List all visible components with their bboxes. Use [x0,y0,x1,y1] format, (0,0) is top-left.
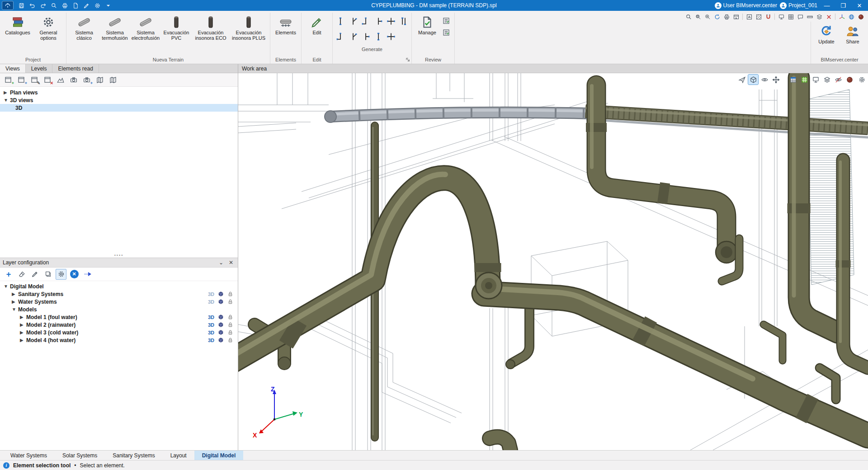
layer-row-model-1[interactable]: ▶ Model 1 (foul water) 3D [0,313,238,321]
capture-view-button[interactable] [731,13,741,21]
generate-junction-button[interactable] [360,30,372,43]
map-button[interactable] [107,75,119,85]
cube-icon[interactable] [218,299,224,305]
user-chip[interactable]: User BIMserver.center [715,2,777,9]
edit-doc-button[interactable] [81,1,91,10]
generate-cross-button[interactable] [385,14,397,28]
labels-button[interactable] [796,13,805,21]
close-button[interactable]: ✕ [853,0,866,10]
disable-all-button[interactable]: ✕ [69,269,80,280]
edit-layer-button[interactable] [29,269,40,280]
layer-row-model-4[interactable]: ▶ Model 4 (hot water) 3D [0,336,238,344]
tree-row-plan-views[interactable]: ▶ Plan views [0,89,238,96]
add-3d-view-button[interactable]: + [15,75,27,85]
zoom-button[interactable] [49,1,59,10]
layer-row-model-2[interactable]: ▶ Model 2 (rainwater) 3D [0,321,238,329]
axes-3d-button[interactable] [837,13,846,21]
manage-button[interactable]: Manage [415,14,440,37]
update-button[interactable]: Update [814,23,839,46]
catalogues-button[interactable]: Catalogues [3,14,33,37]
tree-row-3d[interactable]: 3D [0,104,238,112]
evacuacion-pvc-button[interactable]: Evacuación PVC [161,14,191,42]
collapse-panel-button[interactable]: ⌄ [217,258,225,267]
tab-layout[interactable]: Layout [163,451,194,460]
cube-icon[interactable] [218,329,224,335]
chevron-right-icon[interactable]: ▶ [20,315,24,320]
view-3d-toggle[interactable]: 3D [208,322,214,328]
generate-tee-button[interactable] [373,14,384,28]
cube-icon[interactable] [218,337,224,343]
undo-button[interactable] [27,1,37,10]
close-panel-button[interactable]: ✕ [227,258,235,267]
generate-manifold-button[interactable] [385,30,397,43]
viewport-3d[interactable]: Z Y X [238,73,868,450]
general-options-button[interactable]: General options [33,14,63,42]
chevron-down-icon[interactable]: ▼ [4,98,8,103]
lock-icon[interactable] [227,337,233,343]
close-tools-button[interactable] [824,13,833,21]
layer-row-model-3[interactable]: ▶ Model 3 (cold water) 3D [0,329,238,336]
view-3d-toggle[interactable]: 3D [208,330,214,335]
minimize-button[interactable]: — [820,0,834,10]
evacuacion-plus-button[interactable]: Evacuación insonora PLUS [230,14,267,42]
layers-button[interactable] [815,13,824,21]
view-3d-toggle[interactable]: 3D [208,291,214,297]
layers-3d-button[interactable] [822,75,832,85]
edit-button[interactable]: Edit [304,14,330,37]
generate-dialog-launcher[interactable] [406,57,410,62]
lock-icon[interactable] [227,329,233,335]
lock-icon[interactable] [227,291,233,297]
takeoff-table-button[interactable] [788,75,798,85]
tab-sanitary-systems[interactable]: Sanitary Systems [105,451,162,460]
chevron-down-icon[interactable]: ▼ [4,284,8,289]
chevron-right-icon[interactable]: ▶ [20,330,24,335]
zoom-all-button[interactable] [703,13,712,21]
cube-icon[interactable] [218,291,224,297]
chevron-right-icon[interactable]: ▶ [12,299,16,304]
delete-view-button[interactable]: ✕ [42,75,53,85]
view-3d-toggle[interactable]: 3D [208,338,214,343]
print-button[interactable] [60,1,70,10]
generate-double-riser-button[interactable] [398,14,410,28]
plans-button[interactable] [94,75,106,85]
add-view-button[interactable]: + [2,75,14,85]
generate-riser-button[interactable] [335,14,346,28]
maximize-button[interactable]: ❒ [836,0,850,10]
copy-layer-button[interactable] [42,269,53,280]
text-style-button[interactable] [745,13,754,21]
print-view-button[interactable] [722,13,731,21]
view-3d-toggle[interactable]: 3D [208,315,214,320]
orbit-3d-button[interactable] [748,75,758,85]
import-layers-button[interactable] [82,269,93,280]
lock-icon[interactable] [227,299,233,305]
review-validate-button[interactable] [441,27,452,38]
redo-button[interactable] [38,1,48,10]
chevron-right-icon[interactable]: ▶ [4,90,8,95]
sistema-clasico-button[interactable]: Sistema clásico [69,14,99,42]
render-mode-button[interactable] [844,75,854,85]
3d-scene[interactable]: Z Y X [238,73,868,450]
review-checklist-button[interactable] [441,15,452,26]
generate-elbow-button[interactable] [360,14,372,28]
project-chip[interactable]: Project_001 [780,2,817,9]
layer-row-sanitary-systems[interactable]: ▶ Sanitary Systems 3D [0,290,238,298]
app-logo[interactable] [2,1,14,10]
evacuacion-eco-button[interactable]: Evacuación insonora ECO [192,14,229,42]
elevation-view-button[interactable] [55,75,66,85]
tab-levels[interactable]: Levels [26,64,53,73]
layer-row-models[interactable]: ▼ Models [0,306,238,313]
chevron-right-icon[interactable]: ▶ [20,322,24,327]
redraw-button[interactable] [712,13,722,21]
layer-row-digital-model[interactable]: ▼ Digital Model [0,282,238,290]
layer-config-button[interactable] [56,269,66,280]
background-view-button[interactable] [811,75,821,85]
sistema-electrofusion-button[interactable]: Sistema electrofusión [131,14,160,42]
generate-derivation-button[interactable] [347,30,359,43]
chevron-right-icon[interactable]: ▶ [12,291,16,296]
snap-button[interactable] [764,13,773,21]
elements-button[interactable]: Elements [273,14,298,37]
chevron-right-icon[interactable]: ▶ [20,338,24,343]
bimserver-globe-button[interactable] [847,13,856,21]
generate-connect-button[interactable] [335,30,346,43]
erase-layer-button[interactable] [16,269,27,280]
